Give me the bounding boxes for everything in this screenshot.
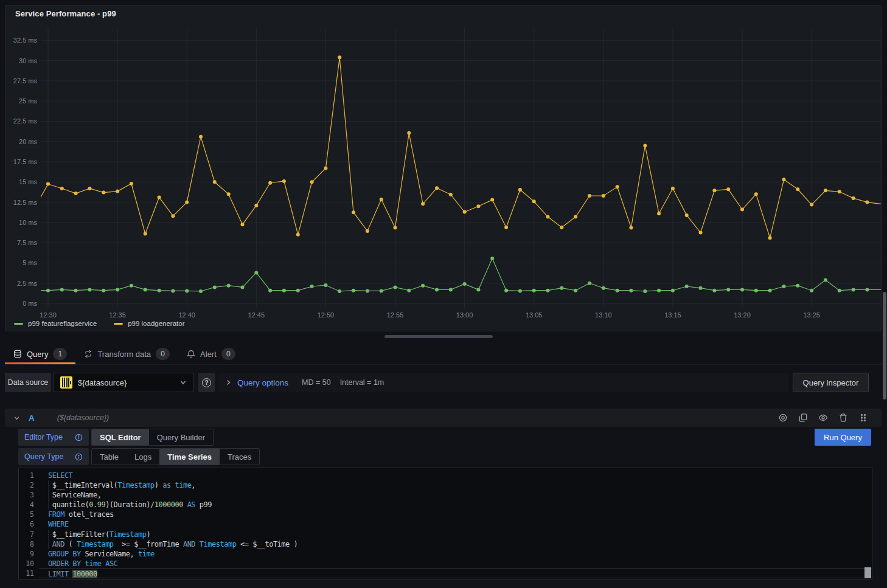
code-line: 4quantile(0.99)(Duration)/1000000 AS p99 — [19, 500, 872, 510]
svg-text:12:45: 12:45 — [248, 311, 265, 319]
run-query-button[interactable]: Run Query — [815, 429, 871, 446]
chevron-down-icon — [179, 379, 187, 386]
tab-query[interactable]: Query1 — [5, 344, 75, 364]
svg-text:13:25: 13:25 — [803, 311, 820, 319]
query-row-actions — [778, 413, 868, 423]
line-content: GROUP BY ServiceName, time — [39, 549, 872, 559]
question-circle-icon: ? — [202, 378, 211, 387]
panel-service-performance: Service Performance - p99 0 ms2.5 ms5 ms… — [5, 5, 882, 331]
svg-text:27.5 ms: 27.5 ms — [13, 77, 38, 85]
sql-code-editor[interactable]: 1SELECT2$__timeInterval(Timestamp) as ti… — [18, 468, 872, 579]
svg-text:0 ms: 0 ms — [23, 300, 37, 307]
line-number: 6 — [19, 519, 34, 529]
option-table[interactable]: Table — [92, 449, 127, 465]
info-circle-icon — [75, 434, 83, 441]
code-line: 9GROUP BY ServiceName, time — [19, 549, 872, 559]
line-content: LIMIT 100000 — [39, 569, 872, 578]
legend-label: p99 featureflagservice — [28, 320, 97, 327]
line-content: AND ( Timestamp >= $__fromTime AND Times… — [39, 539, 872, 549]
line-content: $__timeFilter(Timestamp) — [39, 530, 872, 539]
option-time-series[interactable]: Time Series — [159, 449, 220, 465]
legend-item[interactable]: p99 loadgenerator — [114, 320, 184, 327]
line-number: 11 — [19, 569, 34, 578]
line-number: 3 — [19, 490, 34, 500]
legend-swatch — [114, 323, 123, 325]
svg-text:13:20: 13:20 — [734, 311, 751, 319]
legend-label: p99 loadgenerator — [128, 320, 184, 327]
query-row-header[interactable]: A (${datasource}) — [5, 409, 882, 427]
tab-label: Query — [27, 350, 48, 359]
query-options-bar[interactable]: Query options MD = 50 Interval = 1m — [219, 373, 788, 392]
code-line: 11LIMIT 100000 — [19, 569, 872, 578]
svg-text:20 ms: 20 ms — [19, 138, 37, 145]
code-lines: 1SELECT2$__timeInterval(Timestamp) as ti… — [19, 471, 872, 578]
chart-legend: p99 featureflagservicep99 loadgenerator — [14, 320, 185, 327]
vertical-scrollbar[interactable] — [883, 292, 886, 399]
editor-cursor-decoration — [864, 567, 871, 578]
line-content: ORDER BY time ASC — [39, 559, 872, 569]
hide-response-icon[interactable] — [818, 413, 828, 423]
max-data-points: MD = 50 — [302, 378, 331, 387]
line-content: WHERE — [39, 519, 872, 529]
disable-query-icon[interactable] — [778, 413, 788, 423]
option-logs[interactable]: Logs — [127, 449, 159, 465]
line-number: 10 — [19, 559, 34, 569]
code-line: 1SELECT — [19, 471, 872, 480]
info-circle-icon — [75, 453, 83, 461]
line-content: quantile(0.99)(Duration)/1000000 AS p99 — [39, 500, 872, 510]
tab-alert[interactable]: Alert0 — [178, 344, 244, 364]
clickhouse-datasource-icon — [60, 376, 72, 389]
tab-badge: 0 — [221, 348, 235, 360]
drag-handle-icon[interactable] — [858, 413, 868, 423]
timeseries-chart[interactable]: 0 ms2.5 ms5 ms7.5 ms10 ms12.5 ms15 ms17.… — [5, 5, 882, 332]
legend-swatch — [14, 323, 23, 325]
remove-query-icon[interactable] — [838, 413, 848, 423]
datasource-value: ${datasource} — [78, 378, 179, 387]
datasource-help-button[interactable]: ? — [198, 373, 215, 392]
line-content: FROM otel_traces — [39, 510, 872, 519]
duplicate-query-icon[interactable] — [798, 413, 808, 423]
editor-type-group: SQL EditorQuery Builder — [91, 429, 214, 446]
horizontal-scrollbar[interactable] — [384, 335, 493, 338]
line-number: 9 — [19, 549, 34, 559]
svg-text:12.5 ms: 12.5 ms — [13, 199, 38, 206]
svg-text:12:40: 12:40 — [178, 311, 195, 319]
code-line: 7$__timeFilter(Timestamp) — [19, 530, 872, 539]
code-line: 3ServiceName, — [19, 490, 872, 500]
code-line: 10ORDER BY time ASC — [19, 559, 872, 569]
option-traces[interactable]: Traces — [220, 449, 259, 465]
svg-text:30 ms: 30 ms — [19, 57, 37, 64]
query-inspector-button[interactable]: Query inspector — [793, 373, 869, 392]
svg-text:17.5 ms: 17.5 ms — [13, 158, 38, 165]
svg-text:2.5 ms: 2.5 ms — [17, 280, 38, 287]
svg-text:25 ms: 25 ms — [19, 97, 37, 105]
tab-label: Alert — [200, 350, 217, 359]
bell-icon — [187, 350, 195, 358]
option-query-builder[interactable]: Query Builder — [149, 429, 213, 445]
query-options-link[interactable]: Query options — [237, 378, 288, 387]
tab-badge: 1 — [53, 348, 67, 360]
svg-text:10 ms: 10 ms — [19, 219, 37, 226]
collapse-chevron-icon[interactable] — [13, 415, 20, 421]
svg-text:13:05: 13:05 — [526, 311, 543, 319]
svg-text:12:55: 12:55 — [387, 311, 404, 319]
svg-text:15 ms: 15 ms — [19, 178, 37, 185]
code-line: 5FROM otel_traces — [19, 510, 872, 519]
line-number: 5 — [19, 510, 34, 519]
tab-transform-data[interactable]: Transform data0 — [75, 344, 178, 364]
svg-text:13:15: 13:15 — [664, 311, 681, 319]
grafana-panel-edit-page: Service Performance - p99 0 ms2.5 ms5 ms… — [0, 0, 887, 588]
line-content: ServiceName, — [39, 490, 872, 500]
query-type-group: TableLogsTime SeriesTraces — [91, 448, 260, 465]
option-sql-editor[interactable]: SQL Editor — [92, 429, 149, 445]
chevron-right-icon — [225, 379, 231, 386]
svg-text:13:00: 13:00 — [456, 311, 473, 319]
line-number: 8 — [19, 539, 34, 549]
editor-tabbar: Query1Transform data0Alert0 — [5, 344, 882, 365]
active-tab-underline — [5, 362, 75, 364]
datasource-label: Data source — [5, 373, 51, 392]
datasource-picker[interactable]: ${datasource} — [54, 373, 193, 392]
code-line: 6WHERE — [19, 519, 872, 529]
legend-item[interactable]: p99 featureflagservice — [14, 320, 97, 327]
svg-text:7.5 ms: 7.5 ms — [17, 239, 38, 246]
